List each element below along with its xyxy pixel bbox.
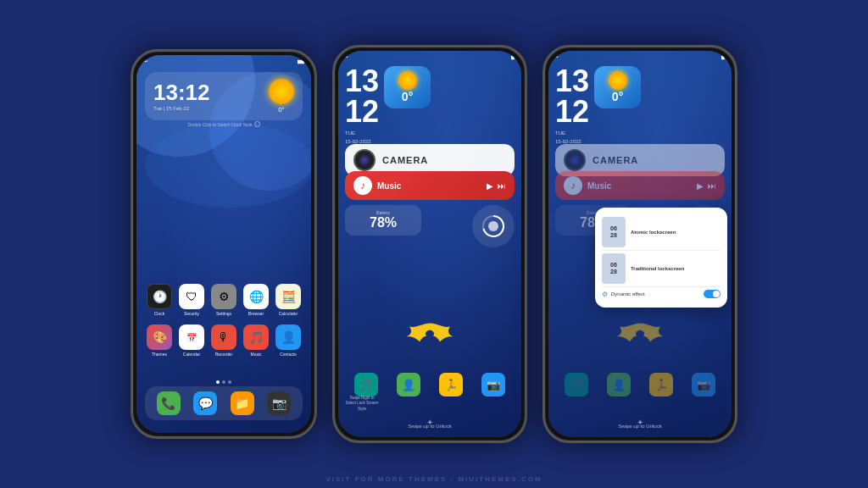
lock-selector-popup[interactable]: 06 28 Atomic lockscreen 06 xyxy=(595,208,727,308)
atomic-option-text: Atomic lockscreen xyxy=(631,230,676,235)
app-clock[interactable]: 🕐 Clock xyxy=(147,284,172,316)
app-music[interactable]: 🎵 Music xyxy=(243,324,269,357)
app-settings[interactable]: ⚙ Settings xyxy=(211,284,236,316)
themes-app-label: Themes xyxy=(152,352,167,357)
security-app-label: Security xyxy=(184,311,199,316)
status-right-2: ▆ xyxy=(511,54,515,59)
music-play-icon[interactable]: ▶ xyxy=(487,181,493,191)
batman-svg-icon-3 xyxy=(606,319,674,348)
lock-weather-widget: 0° xyxy=(384,66,431,108)
dynamic-effect-toggle-row: ⚙ Dynamic effect xyxy=(602,287,721,301)
music-logo-icon: ♪ xyxy=(353,176,372,195)
lock-day-display-3: TUE xyxy=(555,130,589,136)
lock-sun-icon-3 xyxy=(609,71,627,90)
power-button-3[interactable] xyxy=(736,149,737,183)
volume-down-button-2b[interactable] xyxy=(332,200,334,230)
lock-day-display: TUE xyxy=(345,130,379,136)
shortcut-yellow[interactable]: 🏃 xyxy=(439,373,463,396)
dock-messages[interactable]: 💬 xyxy=(193,391,217,415)
files-dock-icon: 📁 xyxy=(231,391,254,415)
batman-logo xyxy=(396,319,464,348)
lock-screen-bg: •• ▆ 13 12 TUE 15-02-2022 xyxy=(338,51,521,437)
app-themes[interactable]: 🎨 Themes xyxy=(147,324,172,357)
shortcut-teal[interactable]: 🎵 xyxy=(354,373,378,396)
camera-lens-icon xyxy=(353,149,376,171)
clock-hint: Double Click to Switch Clock Style × xyxy=(136,121,311,127)
dynamic-effect-toggle[interactable] xyxy=(704,290,721,298)
dock-phone[interactable]: 📞 xyxy=(157,391,181,415)
phone-3: •• ▆ 13 12 TUE 15-02-2022 xyxy=(542,45,737,443)
swipe-left-hint: Swipe Right to Select Lock Screen Style xyxy=(345,396,379,412)
phone-dock-icon: 📞 xyxy=(157,391,181,415)
music-widget-3: ♪ Music ▶ ⏭ xyxy=(555,171,725,200)
dock-bar: 📞 💬 📁 📷 xyxy=(145,386,303,420)
volume-up-button[interactable] xyxy=(131,136,132,158)
lock-hour-display-3: 13 xyxy=(555,66,589,97)
music-widget-label: Music xyxy=(377,181,481,191)
app-security[interactable]: 🛡 Security xyxy=(179,284,204,316)
dot-3 xyxy=(228,380,231,384)
lock-temperature: 0° xyxy=(402,90,413,103)
power-button[interactable] xyxy=(315,153,317,187)
camera-lens-icon-3 xyxy=(564,149,586,171)
app-calendar[interactable]: 📅 Calendar xyxy=(179,324,204,357)
music-logo-icon-3: ♪ xyxy=(564,176,582,195)
power-button-2[interactable] xyxy=(526,149,527,183)
security-app-icon: 🛡 xyxy=(179,284,204,309)
settings-icon: ⚙ xyxy=(602,291,608,298)
lock-option-atomic[interactable]: 06 28 Atomic lockscreen xyxy=(602,214,721,251)
shortcut-teal-3: 🎵 xyxy=(565,373,588,396)
volume-up-button-3[interactable] xyxy=(542,132,544,153)
lock-option-traditional[interactable]: 06 28 Traditional lockscreen xyxy=(602,251,721,287)
phone-1-screen: ••• ▆▆ 13:12 Tue | 15 Feb 22 0° xyxy=(136,55,311,433)
calendar-app-label: Calendar xyxy=(183,352,200,357)
lock-hour-display: 13 xyxy=(345,66,379,97)
music-widget[interactable]: ♪ Music ▶ ⏭ xyxy=(345,171,515,200)
clock-widget-1[interactable]: 13:12 Tue | 15 Feb 22 0° xyxy=(145,72,303,120)
phone-2-screen: •• ▆ 13 12 TUE 15-02-2022 xyxy=(338,51,521,437)
dot-2 xyxy=(222,380,225,384)
volume-down-button-3[interactable] xyxy=(542,162,544,191)
music-controls: ▶ ⏭ xyxy=(487,181,506,191)
lock-clock-widget: 13 12 TUE 15-02-2022 0° xyxy=(345,66,515,144)
camera-widget-label: CAMERA xyxy=(382,155,428,165)
lock-time-section: 13 12 TUE 15-02-2022 xyxy=(345,66,379,144)
shortcut-blue[interactable]: 📷 xyxy=(481,373,505,396)
batman-logo-3 xyxy=(606,319,674,348)
camera-widget-label-3: CAMERA xyxy=(593,155,638,165)
dock-files[interactable]: 📁 xyxy=(231,391,254,415)
shortcut-green[interactable]: 👤 xyxy=(397,373,420,396)
volume-down-button-2[interactable] xyxy=(332,162,334,191)
dock-camera[interactable]: 📷 xyxy=(267,391,291,415)
apps-row-1: 🕐 Clock 🛡 Security ⚙ Settings 🌐 xyxy=(143,284,304,316)
phone-1: ••• ▆▆ 13:12 Tue | 15 Feb 22 0° xyxy=(131,49,317,439)
batman-svg-icon xyxy=(396,319,464,348)
atomic-label: Atomic lockscreen xyxy=(631,230,676,235)
music-next-icon[interactable]: ⏭ xyxy=(498,181,506,191)
app-calculator[interactable]: 🧮 Calculator xyxy=(275,284,301,316)
lock-app-shortcuts: 🎵 👤 🏃 📷 xyxy=(345,373,515,396)
music-app-icon: 🎵 xyxy=(243,324,269,350)
camera-lens-inner-3 xyxy=(569,154,581,166)
traditional-option-text: Traditional lockscreen xyxy=(631,266,684,271)
lock-minute-display-3: 12 xyxy=(555,97,589,127)
temperature-display: 0° xyxy=(278,106,285,114)
apps-row-2: 🎨 Themes 📅 Calendar 🎙 Recorder 🎵 xyxy=(143,324,304,357)
status-left-2: •• xyxy=(345,54,348,59)
app-contacts[interactable]: 👤 Contacts xyxy=(275,324,301,357)
hint-close-icon[interactable]: × xyxy=(254,121,260,127)
browser-app-label: Browser xyxy=(248,311,264,316)
themes-app-icon: 🎨 xyxy=(147,324,172,350)
app-recorder[interactable]: 🎙 Recorder xyxy=(211,324,236,357)
volume-up-button-2[interactable] xyxy=(332,132,334,153)
volume-down-button[interactable] xyxy=(131,166,132,196)
shortcut-green-3: 👤 xyxy=(607,373,631,396)
volume-down-button-3b[interactable] xyxy=(542,200,544,230)
music-widget-label-3: Music xyxy=(587,181,692,191)
apps-grid-1: 🕐 Clock 🛡 Security ⚙ Settings 🌐 xyxy=(143,284,304,365)
music-note-icon-3: ♪ xyxy=(570,180,576,191)
svg-point-2 xyxy=(488,221,498,231)
battery-circular-icon xyxy=(472,205,515,247)
status-bar-2: •• ▆ xyxy=(338,51,521,63)
app-browser[interactable]: 🌐 Browser xyxy=(243,284,269,316)
